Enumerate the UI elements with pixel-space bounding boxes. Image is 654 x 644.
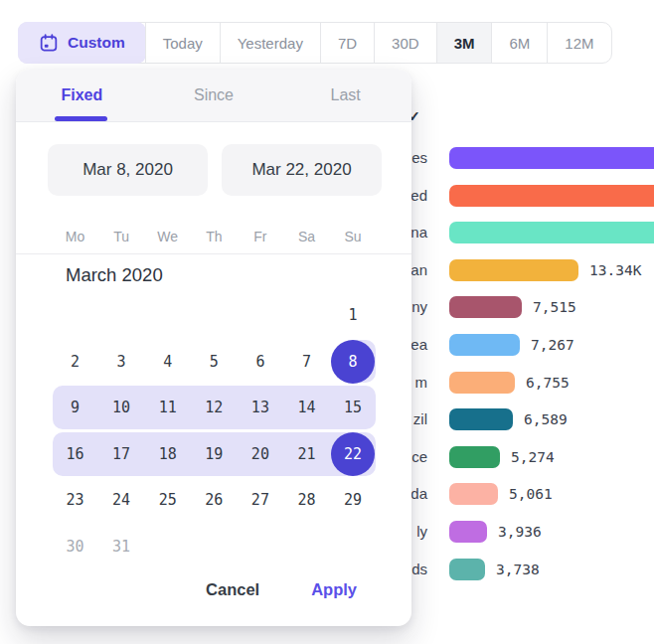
day-3[interactable]: 3 bbox=[98, 340, 145, 384]
day-23[interactable]: 23 bbox=[52, 478, 98, 522]
chart-bar[interactable] bbox=[449, 296, 522, 318]
preset-yesterday[interactable]: Yesterday bbox=[220, 23, 320, 63]
custom-range-label: Custom bbox=[68, 34, 125, 52]
preset-group: TodayYesterday7D30D3M6M12M bbox=[145, 23, 611, 63]
day-27[interactable]: 27 bbox=[237, 478, 283, 522]
day-29[interactable]: 29 bbox=[330, 478, 377, 522]
preset-7d[interactable]: 7D bbox=[320, 23, 374, 63]
day-7[interactable]: 7 bbox=[283, 340, 330, 384]
tab-fixed[interactable]: Fixed bbox=[16, 70, 148, 121]
day-11[interactable]: 11 bbox=[144, 386, 191, 429]
day-26[interactable]: 26 bbox=[191, 478, 238, 522]
chart-bar-value: 7,267 bbox=[531, 334, 574, 356]
weekday-fr: Fr bbox=[237, 219, 283, 254]
weekday-mo: Mo bbox=[52, 219, 98, 254]
chart-bar[interactable] bbox=[449, 521, 487, 543]
custom-range-button[interactable]: Custom bbox=[18, 22, 146, 64]
day-6[interactable]: 6 bbox=[237, 340, 283, 384]
chart-bar-value: 6,755 bbox=[526, 372, 570, 394]
day-31: 31 bbox=[98, 525, 145, 568]
chart-bar[interactable] bbox=[449, 185, 654, 207]
day-28[interactable]: 28 bbox=[283, 478, 330, 522]
chart-bar-value: 7,515 bbox=[533, 296, 576, 318]
chart-bar[interactable] bbox=[449, 147, 654, 169]
chart-bar-value: 6,589 bbox=[524, 408, 568, 430]
day-5[interactable]: 5 bbox=[191, 340, 238, 384]
day-20[interactable]: 20 bbox=[237, 432, 283, 476]
preset-6m[interactable]: 6M bbox=[491, 23, 547, 63]
weekday-sa: Sa bbox=[283, 219, 330, 254]
end-date-input[interactable]: Mar 22, 2020 bbox=[222, 144, 382, 196]
cancel-button[interactable]: Cancel bbox=[200, 579, 265, 600]
day-2[interactable]: 2 bbox=[52, 340, 98, 384]
chart-bar[interactable] bbox=[449, 483, 498, 505]
day-9[interactable]: 9 bbox=[52, 386, 98, 429]
chart-bar-value: 3,738 bbox=[496, 559, 540, 580]
screen: esednaan13.34Kny7,515ea7,267m6,755zil6,5… bbox=[0, 0, 654, 644]
chart-bar[interactable] bbox=[449, 408, 513, 430]
month-title: March 2020 bbox=[66, 264, 163, 286]
chart-bar-value: 5,274 bbox=[511, 446, 555, 468]
day-10[interactable]: 10 bbox=[98, 386, 145, 429]
day-30: 30 bbox=[52, 525, 98, 568]
day-16[interactable]: 16 bbox=[52, 432, 98, 476]
day-18[interactable]: 18 bbox=[144, 432, 191, 476]
chart-bar[interactable] bbox=[449, 372, 515, 394]
date-range-toolbar: Custom TodayYesterday7D30D3M6M12M bbox=[18, 22, 612, 64]
weekday-su: Su bbox=[330, 219, 377, 254]
datepicker-tabbar: Fixed Since Last bbox=[16, 70, 411, 122]
chart-bar[interactable] bbox=[449, 259, 578, 281]
day-19[interactable]: 19 bbox=[191, 432, 238, 476]
tab-since[interactable]: Since bbox=[148, 70, 280, 121]
day-1[interactable]: 1 bbox=[330, 293, 377, 337]
active-tab-underline bbox=[55, 116, 107, 121]
day-14[interactable]: 14 bbox=[283, 386, 330, 429]
day-12[interactable]: 12 bbox=[191, 386, 238, 429]
day-13[interactable]: 13 bbox=[237, 386, 283, 429]
calendar-icon bbox=[39, 33, 59, 53]
datepicker-popup: Fixed Since Last Mar 8, 2020 Mar 22, 202… bbox=[16, 70, 411, 626]
day-17[interactable]: 17 bbox=[98, 432, 145, 476]
day-24[interactable]: 24 bbox=[98, 478, 145, 522]
tab-last[interactable]: Last bbox=[279, 70, 411, 121]
chart-bar[interactable] bbox=[449, 446, 500, 468]
start-date-input[interactable]: Mar 8, 2020 bbox=[48, 144, 208, 196]
preset-12m[interactable]: 12M bbox=[547, 23, 610, 63]
chart-bar[interactable] bbox=[449, 222, 654, 243]
datepicker-footer: Cancel Apply bbox=[200, 579, 363, 600]
day-22[interactable]: 22 bbox=[331, 432, 375, 476]
day-25[interactable]: 25 bbox=[144, 478, 191, 522]
preset-30d[interactable]: 30D bbox=[374, 23, 436, 63]
day-8[interactable]: 8 bbox=[331, 340, 375, 384]
weekday-tu: Tu bbox=[98, 219, 145, 254]
chart-bar-value: 5,061 bbox=[509, 483, 553, 505]
chart-bar-value: 3,936 bbox=[498, 521, 542, 543]
day-21[interactable]: 21 bbox=[283, 432, 330, 476]
day-15[interactable]: 15 bbox=[330, 386, 377, 429]
day-4[interactable]: 4 bbox=[144, 340, 191, 384]
weekday-th: Th bbox=[191, 219, 238, 254]
weekday-we: We bbox=[144, 219, 191, 254]
preset-3m[interactable]: 3M bbox=[436, 23, 492, 63]
preset-today[interactable]: Today bbox=[145, 23, 220, 63]
chart-bar[interactable] bbox=[449, 559, 485, 580]
chart-bar[interactable] bbox=[449, 334, 520, 356]
apply-button[interactable]: Apply bbox=[305, 579, 363, 600]
chart-bar-value: 13.34K bbox=[589, 259, 641, 281]
weekday-divider bbox=[16, 253, 411, 254]
